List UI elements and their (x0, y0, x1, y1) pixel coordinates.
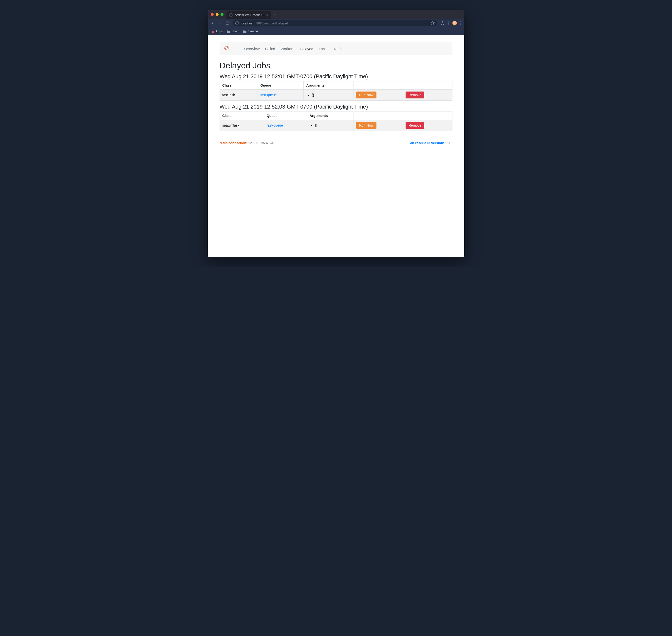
nav-failed[interactable]: Failed (265, 46, 276, 52)
bookmark-label: Voom (232, 29, 240, 33)
queue-link[interactable]: fast-queue (267, 123, 283, 127)
th-run (354, 112, 403, 120)
brand-icon (224, 46, 229, 52)
nav-workers[interactable]: Workers (280, 46, 295, 52)
bookmark-apps[interactable]: Apps (211, 29, 223, 33)
cell-remove: Remove (403, 120, 452, 131)
bookmark-label: Apps (216, 29, 223, 33)
cell-arguments: {} (304, 90, 354, 101)
url-host: localhost (241, 21, 253, 25)
remove-button[interactable]: Remove (406, 92, 424, 98)
nav-delayed[interactable]: Delayed (299, 46, 314, 52)
bookmark-label: Seattle (248, 29, 258, 33)
th-class: Class (220, 81, 258, 90)
th-arguments: Arguments (304, 81, 354, 90)
run-now-button[interactable]: Run Now (356, 122, 376, 129)
svg-point-4 (460, 21, 461, 22)
url-path: :8080/resque#/delayed (255, 21, 288, 25)
window-minimize-button[interactable] (216, 13, 219, 16)
th-class: Class (220, 112, 264, 120)
address-bar: i localhost:8080/resque#/delayed | (208, 19, 464, 28)
window-close-button[interactable] (211, 13, 214, 16)
window-maximize-button[interactable] (220, 13, 223, 16)
url-field[interactable]: i localhost:8080/resque#/delayed (233, 20, 437, 26)
app-navbar: Overview Failed Workers Delayed Locks Re… (220, 42, 452, 55)
bookmark-voom[interactable]: Voom (227, 29, 240, 33)
remove-button[interactable]: Remove (406, 122, 424, 129)
svg-point-6 (460, 24, 461, 25)
run-now-button[interactable]: Run Now (356, 92, 376, 98)
th-arguments: Arguments (307, 112, 354, 120)
version-label: ah-resque-ui version: (410, 141, 444, 145)
tab-close-icon[interactable]: × (266, 13, 268, 17)
queue-link[interactable]: fast-queue (260, 93, 277, 97)
version-info: ah-resque-ui version: 1.0.0 (410, 141, 452, 145)
nav-overview[interactable]: Overview (244, 46, 260, 52)
table-row: fastTask fast-queue {} Run Now Remove (220, 90, 452, 101)
folder-icon (227, 30, 230, 33)
cell-class: fastTask (220, 90, 258, 101)
cell-queue: fast-queue (258, 90, 304, 101)
tab-title: ActionHero Resque UI (235, 13, 264, 17)
profile-avatar[interactable] (452, 21, 457, 25)
cell-run: Run Now (354, 90, 403, 101)
cell-remove: Remove (403, 90, 452, 101)
cell-run: Run Now (354, 120, 403, 131)
timestamp-header: Wed Aug 21 2019 12:52:01 GMT-0700 (Pacif… (220, 73, 452, 80)
globe-icon (230, 13, 233, 17)
folder-icon (243, 30, 247, 33)
site-info-icon[interactable]: i (235, 21, 239, 25)
table-row: spawnTask fast-queue {} Run Now Remove (220, 120, 452, 131)
footer-divider (220, 138, 452, 138)
th-run (354, 81, 403, 90)
svg-point-8 (226, 47, 227, 49)
reload-button[interactable] (225, 21, 230, 25)
forward-button[interactable] (218, 21, 222, 25)
new-tab-button[interactable]: + (274, 12, 277, 17)
page-title: Delayed Jobs (220, 61, 452, 70)
bookmark-seattle[interactable]: Seattle (243, 29, 258, 33)
svg-point-5 (460, 23, 461, 23)
cell-queue: fast-queue (264, 120, 307, 131)
browser-tab[interactable]: ActionHero Resque UI × (226, 11, 271, 19)
th-queue: Queue (264, 112, 307, 120)
browser-window: ActionHero Resque UI × + i localhost:808… (208, 10, 464, 257)
apps-icon (211, 29, 214, 33)
titlebar: ActionHero Resque UI × + (208, 10, 464, 19)
version-value: 1.0.0 (445, 141, 452, 145)
nav-locks[interactable]: Locks (318, 46, 329, 52)
cell-arguments: {} (307, 120, 354, 131)
back-button[interactable] (211, 21, 215, 25)
jobs-table: Class Queue Arguments spawnTask fast-que… (220, 112, 452, 131)
svg-marker-0 (431, 21, 434, 24)
timestamp-header: Wed Aug 21 2019 12:52:03 GMT-0700 (Pacif… (220, 104, 452, 110)
redis-value: 127.0.0.1:6379#0 (248, 141, 274, 145)
redis-label: redis connection: (220, 141, 248, 145)
jobs-table: Class Queue Arguments fastTask fast-queu… (220, 81, 452, 101)
th-queue: Queue (258, 81, 304, 90)
page-body: Overview Failed Workers Delayed Locks Re… (208, 35, 464, 257)
th-remove (403, 112, 452, 120)
footer: redis connection: 127.0.0.1:6379#0 ah-re… (220, 141, 452, 145)
star-icon[interactable] (431, 21, 435, 26)
browser-menu-icon[interactable] (460, 21, 461, 25)
nav-redis[interactable]: Redis (333, 46, 344, 52)
arg-item: {} (312, 93, 351, 97)
arg-item: {} (315, 123, 351, 127)
window-controls (211, 13, 223, 16)
cell-class: spawnTask (220, 120, 264, 131)
bookmarks-bar: Apps Voom Seattle (208, 28, 464, 35)
page-info-icon[interactable] (441, 21, 444, 25)
redis-connection: redis connection: 127.0.0.1:6379#0 (220, 141, 274, 145)
th-remove (403, 81, 452, 90)
